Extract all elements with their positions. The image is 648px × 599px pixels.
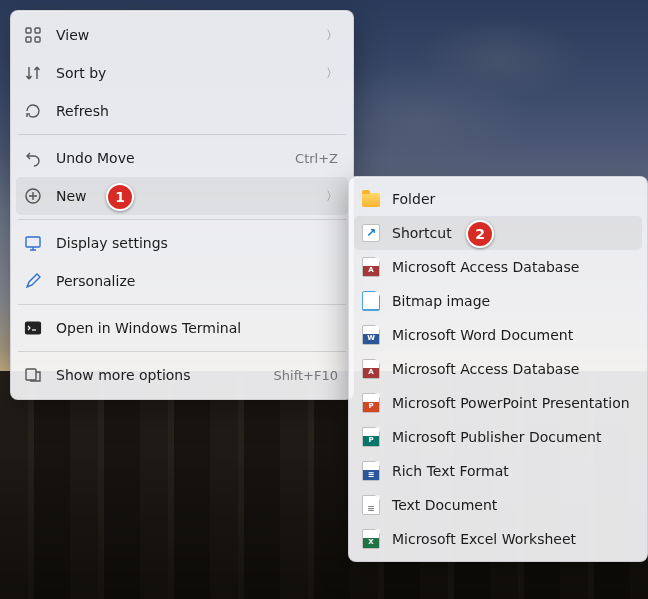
menu-separator — [18, 134, 346, 135]
powerpoint-file-icon: P — [362, 393, 380, 413]
refresh-icon — [24, 102, 42, 120]
undo-icon — [24, 149, 42, 167]
menu-item-label: Refresh — [56, 103, 338, 119]
access-file-icon: A — [362, 257, 380, 277]
show-more-icon — [24, 366, 42, 384]
submenu-item-rtf[interactable]: ≡ Rich Text Format — [354, 454, 642, 488]
svg-rect-3 — [35, 37, 40, 42]
menu-item-label: Microsoft Word Document — [392, 327, 632, 343]
menu-item-show-more[interactable]: Show more options Shift+F10 — [16, 356, 348, 394]
menu-item-label: Microsoft Excel Worksheet — [392, 531, 632, 547]
plus-circle-icon — [24, 187, 42, 205]
menu-item-label: Bitmap image — [392, 293, 632, 309]
menu-item-personalize[interactable]: Personalize — [16, 262, 348, 300]
submenu-item-excel[interactable]: X Microsoft Excel Worksheet — [354, 522, 642, 556]
submenu-item-powerpoint[interactable]: P Microsoft PowerPoint Presentation — [354, 386, 642, 420]
submenu-item-access-database[interactable]: A Microsoft Access Database — [354, 250, 642, 284]
excel-file-icon: X — [362, 529, 380, 549]
menu-item-label: Rich Text Format — [392, 463, 632, 479]
menu-item-new[interactable]: New 〉 1 — [16, 177, 348, 215]
menu-item-label: Display settings — [56, 235, 338, 251]
terminal-icon — [24, 319, 42, 337]
menu-item-label: Open in Windows Terminal — [56, 320, 338, 336]
menu-item-refresh[interactable]: Refresh — [16, 92, 348, 130]
menu-item-view[interactable]: View 〉 — [16, 16, 348, 54]
menu-item-label: Folder — [392, 191, 632, 207]
menu-item-label: Undo Move — [56, 150, 281, 166]
access-file-icon: A — [362, 359, 380, 379]
bitmap-file-icon — [362, 291, 380, 311]
annotation-badge-2: 2 — [466, 220, 494, 248]
menu-separator — [18, 219, 346, 220]
svg-rect-7 — [26, 369, 36, 380]
desktop-context-menu: View 〉 Sort by 〉 Refresh Undo Move Ctrl+… — [10, 10, 354, 400]
submenu-item-shortcut[interactable]: ↗ Shortcut 2 — [354, 216, 642, 250]
menu-item-open-terminal[interactable]: Open in Windows Terminal — [16, 309, 348, 347]
submenu-item-folder[interactable]: Folder — [354, 182, 642, 216]
rtf-file-icon: ≡ — [362, 461, 380, 481]
text-file-icon: ≡ — [362, 495, 380, 515]
submenu-item-text[interactable]: ≡ Text Document — [354, 488, 642, 522]
chevron-right-icon: 〉 — [326, 188, 338, 205]
svg-rect-5 — [26, 237, 40, 247]
menu-item-label: Shortcut — [392, 225, 632, 241]
menu-item-label: Microsoft PowerPoint Presentation — [392, 395, 632, 411]
menu-item-undo-move[interactable]: Undo Move Ctrl+Z — [16, 139, 348, 177]
menu-item-sort-by[interactable]: Sort by 〉 — [16, 54, 348, 92]
submenu-item-word[interactable]: W Microsoft Word Document — [354, 318, 642, 352]
keyboard-shortcut: Ctrl+Z — [295, 151, 338, 166]
menu-item-label: Text Document — [392, 497, 632, 513]
display-settings-icon — [24, 234, 42, 252]
menu-item-label: Microsoft Publisher Document — [392, 429, 632, 445]
folder-icon — [362, 193, 380, 207]
chevron-right-icon: 〉 — [326, 27, 338, 44]
svg-rect-1 — [35, 28, 40, 33]
keyboard-shortcut: Shift+F10 — [274, 368, 338, 383]
submenu-item-bitmap[interactable]: Bitmap image — [354, 284, 642, 318]
menu-separator — [18, 304, 346, 305]
svg-rect-6 — [26, 322, 41, 334]
annotation-badge-1: 1 — [106, 183, 134, 211]
menu-item-label: New — [56, 188, 312, 204]
publisher-file-icon: P — [362, 427, 380, 447]
personalize-icon — [24, 272, 42, 290]
menu-item-display-settings[interactable]: Display settings — [16, 224, 348, 262]
new-submenu: Folder ↗ Shortcut 2 A Microsoft Access D… — [348, 176, 648, 562]
sort-icon — [24, 64, 42, 82]
submenu-item-access-database-2[interactable]: A Microsoft Access Database — [354, 352, 642, 386]
submenu-item-publisher[interactable]: P Microsoft Publisher Document — [354, 420, 642, 454]
shortcut-icon: ↗ — [362, 224, 380, 242]
menu-item-label: Microsoft Access Database — [392, 259, 632, 275]
svg-rect-2 — [26, 37, 31, 42]
word-file-icon: W — [362, 325, 380, 345]
menu-separator — [18, 351, 346, 352]
menu-item-label: Personalize — [56, 273, 338, 289]
view-icon — [24, 26, 42, 44]
menu-item-label: Microsoft Access Database — [392, 361, 632, 377]
menu-item-label: Show more options — [56, 367, 260, 383]
chevron-right-icon: 〉 — [326, 65, 338, 82]
svg-rect-0 — [26, 28, 31, 33]
menu-item-label: Sort by — [56, 65, 312, 81]
menu-item-label: View — [56, 27, 312, 43]
